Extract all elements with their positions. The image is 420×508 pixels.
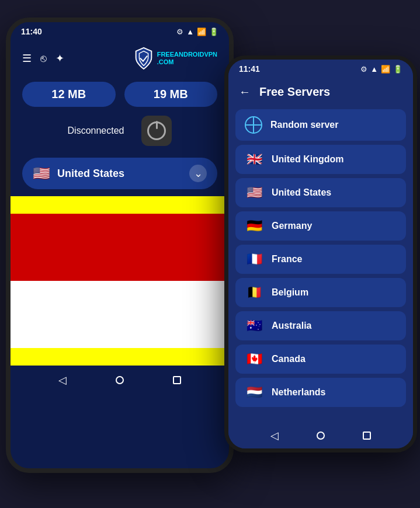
server-name-au: Australia (272, 321, 311, 331)
server-item-fr[interactable]: 🇫🇷 France (235, 245, 406, 274)
back-button-right[interactable]: ◁ (270, 429, 279, 442)
server-item-uk[interactable]: 🇬🇧 United Kingdom (235, 145, 406, 174)
status-icons-left: ⚙ ▲ 📶 🔋 (176, 27, 218, 36)
phone-bottom-left: ◁ (11, 366, 229, 395)
recents-button-right[interactable] (363, 432, 371, 440)
logo-android: ANDROIDVPN (174, 51, 217, 58)
logo-text: FREEANDROIDVPN .COM (157, 51, 217, 66)
battery-icon: 🔋 (209, 27, 218, 36)
data-stats: 12 MB 19 MB (11, 76, 229, 113)
upload-stat: 19 MB (124, 82, 218, 107)
wifi-icon: ▲ (186, 27, 194, 36)
logo-free: FREE (157, 51, 174, 58)
home-button-right[interactable] (317, 432, 325, 440)
signal-icon: 📶 (197, 27, 206, 36)
server-name-us: United States (272, 187, 331, 198)
server-item-be[interactable]: 🇧🇪 Belgium (235, 278, 406, 307)
connection-status: Disconnected (68, 126, 124, 136)
nav-icons-left: ☰ ⎋ ✦ (22, 52, 64, 65)
server-flag-us: 🇺🇸 (245, 185, 263, 200)
home-button-left[interactable] (116, 376, 124, 384)
status-bar-right: 11:41 ⚙ ▲ 📶 🔋 (228, 60, 413, 78)
server-flag-uk: 🇬🇧 (245, 152, 263, 167)
signal-icon-right: 📶 (381, 65, 390, 74)
server-flag-ca: 🇨🇦 (245, 352, 263, 367)
phone-left: 11:40 ⚙ ▲ 📶 🔋 ☰ ⎋ ✦ FREEANDROIDVPN .COM (6, 18, 234, 473)
server-flag-be: 🇧🇪 (245, 285, 263, 300)
wifi-icon-right: ▲ (370, 65, 378, 74)
time-left: 11:40 (21, 27, 42, 36)
server-header: ← Free Servers (228, 78, 413, 106)
logo-area: FREEANDROIDVPN .COM (133, 47, 217, 70)
flag-red (11, 214, 229, 281)
logo-suffix: .COM (157, 58, 174, 65)
share-icon[interactable]: ⎋ (40, 53, 47, 65)
phone-right: 11:41 ⚙ ▲ 📶 🔋 ← Free Servers Random serv… (224, 55, 417, 453)
server-list: Random server 🇬🇧 United Kingdom 🇺🇸 Unite… (228, 106, 413, 410)
server-name-ca: Canada (272, 354, 306, 364)
server-name-uk: United Kingdom (272, 154, 344, 165)
server-name-random: Random server (270, 120, 339, 130)
server-flag-de: 🇩🇪 (245, 218, 263, 234)
server-item-nl[interactable]: 🇳🇱 Netherlands (235, 378, 406, 407)
server-item-us[interactable]: 🇺🇸 United States (235, 178, 406, 207)
flag-display (11, 196, 229, 366)
server-flag-fr: 🇫🇷 (245, 252, 263, 267)
status-bar-left: 11:40 ⚙ ▲ 📶 🔋 (11, 22, 229, 41)
server-item-ca[interactable]: 🇨🇦 Canada (235, 345, 406, 374)
back-arrow-button[interactable]: ← (239, 85, 251, 99)
settings-icon: ⚙ (176, 27, 183, 36)
download-stat: 12 MB (22, 82, 116, 107)
server-name-be: Belgium (272, 287, 308, 298)
battery-icon-right: 🔋 (393, 65, 402, 74)
disconnect-row: Disconnected (11, 113, 229, 155)
flag-white (11, 281, 229, 348)
app-nav-left: ☰ ⎋ ✦ FREEANDROIDVPN .COM (11, 41, 229, 76)
recents-button-left[interactable] (173, 376, 181, 384)
server-flag-nl: 🇳🇱 (245, 385, 263, 400)
phone-bottom-right: ◁ (228, 423, 413, 448)
flag-yellow-top (11, 196, 229, 214)
status-icons-right: ⚙ ▲ 📶 🔋 (360, 65, 402, 74)
menu-icon[interactable]: ☰ (22, 52, 32, 65)
country-flag: 🇺🇸 (33, 165, 50, 182)
server-item-de[interactable]: 🇩🇪 Germany (235, 211, 406, 241)
server-name-nl: Netherlands (272, 387, 325, 398)
back-button-left[interactable]: ◁ (58, 374, 67, 387)
country-selector[interactable]: 🇺🇸 United States ⌄ (22, 158, 217, 189)
server-item-au[interactable]: 🇦🇺 Australia (235, 311, 406, 340)
logo-shield-icon (133, 47, 154, 70)
server-name-de: Germany (272, 221, 312, 231)
power-icon (147, 121, 166, 140)
country-name: United States (57, 168, 182, 180)
settings-icon-right: ⚙ (360, 65, 367, 74)
server-name-fr: France (272, 254, 302, 265)
flag-yellow-bottom (11, 348, 229, 366)
globe-icon (245, 116, 262, 134)
favorite-icon[interactable]: ✦ (55, 52, 64, 65)
server-item-random[interactable]: Random server (235, 109, 406, 141)
power-button[interactable] (141, 116, 172, 146)
server-title: Free Servers (259, 85, 330, 99)
server-flag-au: 🇦🇺 (245, 318, 263, 333)
time-right: 11:41 (239, 64, 260, 74)
chevron-down-icon[interactable]: ⌄ (189, 165, 207, 182)
